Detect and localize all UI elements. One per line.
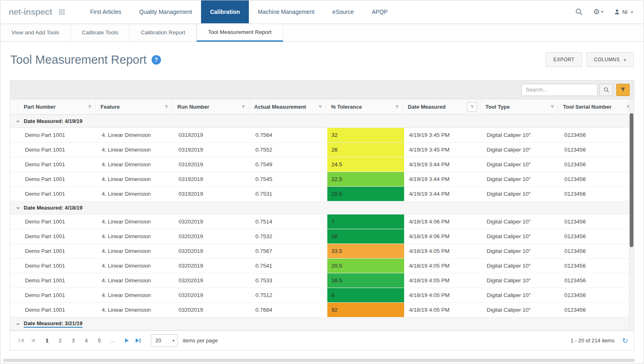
horizontal-scrollbar[interactable] (3, 359, 641, 362)
column-header-run-number[interactable]: Run Number (172, 99, 249, 114)
settings-gear-icon[interactable]: ⚙ ▾ (593, 8, 603, 16)
refresh-icon[interactable]: ↻ (622, 337, 628, 344)
cell-tolerance: 7 (327, 214, 404, 229)
cell-date: 4/19/19 3:44 PM (404, 157, 482, 172)
table-row[interactable]: Demo Part 10014. Linear Dimension0320201… (10, 288, 634, 303)
collapse-chevron-icon[interactable] (16, 119, 20, 123)
table-row[interactable]: Demo Part 10014. Linear Dimension0320201… (10, 273, 634, 288)
columns-button[interactable]: COLUMNS ▾ (586, 52, 634, 67)
nav-item-machine-management[interactable]: Machine Management (249, 0, 324, 23)
first-page-button[interactable] (16, 335, 27, 346)
table-row[interactable]: Demo Part 10014. Linear Dimension0320201… (10, 259, 634, 273)
filter-icon[interactable] (164, 105, 169, 109)
nav-item-apqp[interactable]: APQP (363, 0, 397, 23)
filter-icon[interactable] (550, 105, 555, 109)
tab-tool-measurement-report[interactable]: Tool Measurement Report (197, 24, 283, 42)
table-row[interactable]: Demo Part 10014. Linear Dimension0319201… (10, 172, 634, 187)
page-number-2[interactable]: 2 (55, 335, 65, 346)
tab-calibrate-tools[interactable]: Calibrate Tools (71, 24, 130, 41)
collapse-chevron-icon[interactable] (16, 206, 20, 210)
table-row[interactable]: Demo Part 10014. Linear Dimension0319201… (10, 157, 634, 172)
cell-part: Demo Part 1001 (20, 143, 97, 157)
cell-actual: 0.7684 (250, 303, 327, 317)
nav-item-quality-management[interactable]: Quality Management (130, 0, 201, 23)
table-row[interactable]: Demo Part 10014. Linear Dimension0320201… (10, 303, 634, 317)
cell-run: 03202019 (174, 303, 250, 317)
page-number-5[interactable]: 5 (94, 335, 104, 346)
filter-icon[interactable] (395, 105, 399, 109)
column-header-feature[interactable]: Feature (95, 99, 172, 114)
table-row[interactable]: Demo Part 10014. Linear Dimension0320201… (10, 229, 634, 244)
group-header-row[interactable]: Date Measured: 4/19/19 (10, 115, 634, 128)
scrollbar-thumb[interactable] (630, 113, 633, 247)
cell-date: 4/18/19 4:05 PM (404, 303, 482, 317)
page-number-1[interactable]: 1 (42, 335, 52, 346)
nav-item-calibration[interactable]: Calibration (201, 0, 249, 23)
page-size-select[interactable]: 20 (151, 334, 178, 347)
column-header-date-measured[interactable]: Date Measured (402, 99, 480, 114)
grid-search-button[interactable] (599, 84, 613, 96)
app-window: net-inspect First ArticlesQuality Manage… (0, 0, 644, 364)
clear-filters-button[interactable] (616, 84, 630, 96)
previous-page-button[interactable] (27, 335, 38, 346)
user-icon (614, 9, 620, 15)
cell-tolerance: 16.5 (327, 273, 404, 288)
column-header-part-number[interactable]: Part Number (18, 99, 95, 114)
cell-feature: 4. Linear Dimension (97, 143, 174, 157)
column-header-actual-measurement[interactable]: Actual Measurement (249, 99, 326, 114)
page-number-4[interactable]: 4 (81, 335, 91, 346)
cell-actual: 0.7541 (250, 259, 327, 273)
page-size-control: 20 ▾ (151, 334, 178, 347)
column-header-tool-type[interactable]: Tool Type (480, 99, 558, 114)
group-label: Date Measured: 3/21/19 (24, 320, 83, 328)
cell-serial: 0123456 (559, 128, 634, 142)
next-page-button[interactable] (121, 335, 132, 346)
filter-icon[interactable] (241, 105, 246, 109)
search-input[interactable] (521, 84, 597, 96)
help-icon[interactable]: ? (152, 55, 161, 65)
page-ellipsis[interactable]: ... (107, 335, 117, 346)
cell-part: Demo Part 1001 (20, 128, 97, 142)
table-row[interactable]: Demo Part 10014. Linear Dimension0319201… (10, 143, 634, 157)
export-button[interactable]: EXPORT (546, 52, 582, 67)
cell-part: Demo Part 1001 (20, 259, 97, 273)
page-number-list: 12345... (40, 335, 119, 346)
filter-icon[interactable] (318, 105, 322, 109)
nav-item-first-articles[interactable]: First Articles (81, 0, 130, 23)
apps-grid-icon[interactable] (59, 9, 65, 15)
page-number-3[interactable]: 3 (68, 335, 78, 346)
row-gutter (10, 259, 20, 273)
row-gutter (10, 288, 20, 302)
collapse-chevron-icon[interactable] (16, 322, 20, 326)
table-row[interactable]: Demo Part 10014. Linear Dimension0319201… (10, 187, 634, 201)
last-page-button[interactable] (133, 335, 143, 346)
search-icon[interactable] (575, 8, 583, 16)
cell-date: 4/19/19 3:44 PM (404, 187, 482, 201)
nav-item-esource[interactable]: eSource (324, 0, 363, 23)
cell-date: 4/19/19 3:45 PM (404, 128, 482, 142)
cell-actual: 0.7564 (250, 128, 327, 142)
cell-tool-type: Digital Caliper 10" (482, 303, 559, 317)
filter-icon[interactable] (467, 102, 477, 112)
column-header-tool-serial-number[interactable]: Tool Serial Number (558, 99, 634, 114)
table-row[interactable]: Demo Part 10014. Linear Dimension0320201… (10, 214, 634, 229)
vertical-scrollbar[interactable] (629, 99, 634, 331)
scrollbar-thumb[interactable] (3, 359, 635, 362)
cell-date: 4/18/19 4:05 PM (404, 244, 482, 258)
brand-logo[interactable]: net-inspect (9, 7, 52, 17)
row-gutter (10, 157, 20, 172)
cell-feature: 4. Linear Dimension (97, 244, 174, 258)
table-row[interactable]: Demo Part 10014. Linear Dimension0320201… (10, 244, 634, 259)
group-header-row[interactable]: Date Measured: 4/18/19 (10, 201, 634, 214)
tab-calibration-report[interactable]: Calibration Report (130, 24, 197, 41)
user-menu[interactable]: NI ▾ (614, 9, 633, 15)
user-initials: NI (622, 9, 628, 15)
cell-actual: 0.7532 (250, 229, 327, 243)
table-row[interactable]: Demo Part 10014. Linear Dimension0319201… (10, 128, 634, 143)
cell-tolerance: 33.5 (327, 244, 404, 258)
column-header-tolerance[interactable]: % Tolerance (326, 99, 402, 114)
row-gutter (10, 244, 20, 258)
filter-icon[interactable] (87, 105, 92, 109)
tab-view-and-add-tools[interactable]: View and Add Tools (0, 24, 71, 41)
group-header-row[interactable]: Date Measured: 3/21/19 (10, 317, 634, 331)
